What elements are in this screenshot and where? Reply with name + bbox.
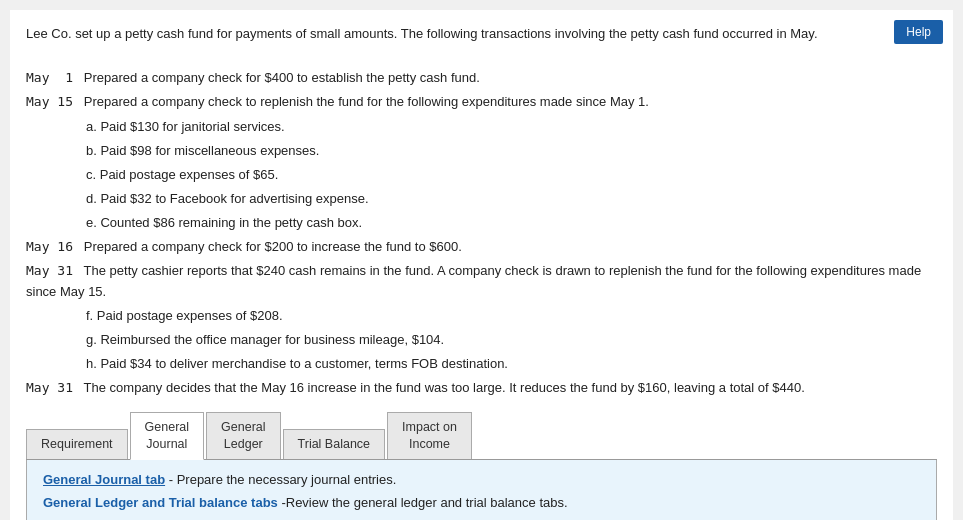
may1-line: May 1 Prepared a company check for $400 … <box>26 68 937 88</box>
tab-trial-balance[interactable]: Trial Balance <box>283 429 386 459</box>
may31a-text: The petty cashier reports that $240 cash… <box>26 263 921 298</box>
problem-text: Lee Co. set up a petty cash fund for pay… <box>26 24 937 398</box>
content-line2-prefix: General Ledger and Trial balance tabs <box>43 495 278 510</box>
may15-prefix: May 15 <box>26 94 73 109</box>
may15-sub-b: b. Paid $98 for miscellaneous expenses. <box>86 141 937 161</box>
tab-general-journal[interactable]: General Journal <box>130 412 204 460</box>
content-line1-prefix: General Journal tab <box>43 472 165 487</box>
tab-general-journal-label2: Journal <box>146 437 187 451</box>
may31a-sub-items: f. Paid postage expenses of $208. g. Rei… <box>86 306 937 374</box>
may15-sub-items: a. Paid $130 for janitorial services. b.… <box>86 117 937 234</box>
intro-paragraph: Lee Co. set up a petty cash fund for pay… <box>26 24 937 44</box>
tab-requirement[interactable]: Requirement <box>26 429 128 459</box>
tab-general-ledger[interactable]: General Ledger <box>206 412 280 459</box>
may15-sub-a: a. Paid $130 for janitorial services. <box>86 117 937 137</box>
may15-sub-d: d. Paid $32 to Facebook for advertising … <box>86 189 937 209</box>
may31b-line: May 31 The company decides that the May … <box>26 378 937 398</box>
tab-requirement-label: Requirement <box>41 437 113 451</box>
may1-text: Prepared a company check for $400 to est… <box>84 70 480 85</box>
may31a-sub-f: f. Paid postage expenses of $208. <box>86 306 937 326</box>
may31a-line: May 31 The petty cashier reports that $2… <box>26 261 937 301</box>
tab-general-ledger-label2: Ledger <box>224 437 263 451</box>
tab-general-ledger-label1: General <box>221 420 265 434</box>
may16-line: May 16 Prepared a company check for $200… <box>26 237 937 257</box>
content-line1-suffix: - Prepare the necessary journal entries. <box>165 472 396 487</box>
may15-text: Prepared a company check to replenish th… <box>84 94 649 109</box>
may15-sub-e: e. Counted $86 remaining in the petty ca… <box>86 213 937 233</box>
may31a-sub-h: h. Paid $34 to deliver merchandise to a … <box>86 354 937 374</box>
tab-impact-label2: Income <box>409 437 450 451</box>
tab-trial-balance-label: Trial Balance <box>298 437 371 451</box>
tab-impact-label1: Impact on <box>402 420 457 434</box>
may15-line: May 15 Prepared a company check to reple… <box>26 92 937 112</box>
help-button[interactable]: Help <box>894 20 943 44</box>
may31a-prefix: May 31 <box>26 263 73 278</box>
may31b-text: The company decides that the May 16 incr… <box>84 380 805 395</box>
tab-impact-on-income[interactable]: Impact on Income <box>387 412 472 459</box>
may15-sub-c: c. Paid postage expenses of $65. <box>86 165 937 185</box>
content-line-2: General Ledger and Trial balance tabs -R… <box>43 495 920 510</box>
content-line2-suffix: -Review the general ledger and trial bal… <box>278 495 568 510</box>
content-line-1: General Journal tab - Prepare the necess… <box>43 472 920 487</box>
tabs-section: Requirement General Journal General Ledg… <box>26 412 937 520</box>
may31b-prefix: May 31 <box>26 380 73 395</box>
may1-prefix: May 1 <box>26 70 73 85</box>
tabs-row: Requirement General Journal General Ledg… <box>26 412 937 460</box>
tab-content-box: General Journal tab - Prepare the necess… <box>26 460 937 520</box>
may16-text: Prepared a company check for $200 to inc… <box>84 239 462 254</box>
may16-prefix: May 16 <box>26 239 73 254</box>
tab-general-journal-label1: General <box>145 420 189 434</box>
page-container: Help Lee Co. set up a petty cash fund fo… <box>10 10 953 520</box>
may31a-sub-g: g. Reimbursed the office manager for bus… <box>86 330 937 350</box>
